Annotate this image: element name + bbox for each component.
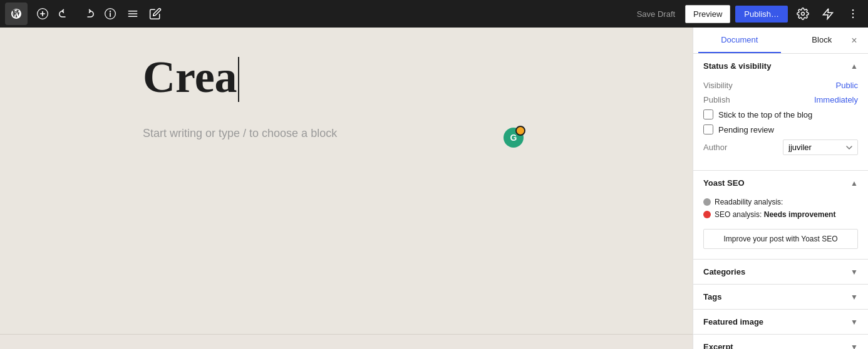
more-vertical-icon [847,8,859,20]
author-select[interactable]: jjuviler [783,139,858,155]
sidebar-tabs: Document Block × [693,28,868,54]
editor-bottom-bar [0,334,693,349]
editor-area[interactable]: Crea Start writing or type / to choose a… [0,28,693,349]
svg-point-9 [802,13,805,16]
categories-section: Categories ▼ [693,260,868,285]
publish-button[interactable]: Publish… [735,6,788,23]
more-options-button[interactable] [843,4,863,24]
svg-point-12 [852,17,854,19]
list-view-icon [127,8,139,20]
svg-point-11 [852,13,854,15]
yoast-title: Yoast SEO [703,178,745,188]
yoast-header[interactable]: Yoast SEO ▲ [693,171,868,195]
title-block[interactable]: Crea [143,53,550,102]
seo-analysis-text: SEO analysis: Needs improvement [715,210,835,219]
stick-top-label: Stick to the top of the blog [718,110,812,119]
svg-point-10 [852,9,854,11]
yoast-improve-button[interactable]: Improve your post with Yoast SEO [703,229,858,249]
featured-image-title: Featured image [703,317,763,326]
tags-chevron: ▼ [850,293,858,301]
status-visibility-header[interactable]: Status & visibility ▲ [693,54,868,78]
pending-review-checkbox[interactable] [703,124,713,134]
add-block-button[interactable] [33,4,53,24]
redo-button[interactable] [78,4,98,24]
tags-section: Tags ▼ [693,285,868,310]
readability-dot [703,198,711,206]
toolbar-left [5,3,165,25]
lightning-icon [822,8,834,20]
info-button[interactable] [100,4,120,24]
redo-icon [81,8,94,20]
publish-value[interactable]: Immediately [814,95,858,104]
cursor [238,57,239,102]
tags-title: Tags [703,292,721,301]
readability-row: Readability analysis: [703,198,858,206]
yoast-content: Readability analysis: SEO analysis: Need… [693,195,868,259]
toolbar-right: Save Draft Preview Publish… [632,0,863,28]
visibility-row: Visibility Public [703,81,858,90]
author-row: Author jjuviler [703,139,858,155]
content-placeholder[interactable]: Start writing or type / to choose a bloc… [143,122,550,145]
undo-icon [59,8,71,20]
publish-label: Publish [703,95,730,104]
settings-button[interactable] [793,4,813,24]
edit-icon [149,8,162,20]
tags-header[interactable]: Tags ▼ [693,285,868,309]
excerpt-section: Excerpt ▼ [693,335,868,349]
sidebar-close-button[interactable]: × [845,32,863,49]
tools-button[interactable] [145,4,165,24]
save-draft-button[interactable]: Save Draft [632,6,680,23]
seo-status-text: Needs improvement [764,210,836,219]
featured-image-header[interactable]: Featured image ▼ [693,310,868,334]
editor-content: Crea Start writing or type / to choose a… [143,53,550,145]
main-layout: Crea Start writing or type / to choose a… [0,28,868,349]
info-icon [104,8,116,20]
featured-image-chevron: ▼ [850,318,858,326]
grammarly-widget[interactable]: G [504,128,524,148]
stick-top-checkbox[interactable] [703,109,713,119]
grammarly-circle: G [504,128,524,148]
featured-image-section: Featured image ▼ [693,310,868,335]
tab-document[interactable]: Document [698,28,781,53]
wp-logo-button[interactable] [5,3,28,25]
seo-analysis-row: SEO analysis: Needs improvement [703,210,858,219]
stick-top-row: Stick to the top of the blog [703,109,858,119]
excerpt-title: Excerpt [703,342,733,349]
excerpt-chevron: ▼ [850,343,858,350]
status-visibility-chevron: ▲ [850,62,858,71]
excerpt-header[interactable]: Excerpt ▼ [693,335,868,349]
publish-row: Publish Immediately [703,95,858,104]
visibility-label: Visibility [703,81,733,90]
undo-button[interactable] [55,4,75,24]
sidebar: Document Block × Status & visibility ▲ V… [693,28,868,349]
author-label: Author [703,143,727,152]
seo-dot [703,211,711,218]
visibility-value[interactable]: Public [836,81,858,90]
gear-icon [797,8,809,20]
status-visibility-title: Status & visibility [703,61,771,71]
wp-logo-icon [10,8,23,20]
preview-button[interactable]: Preview [685,5,730,23]
list-view-button[interactable] [123,4,143,24]
categories-title: Categories [703,267,745,276]
editor-tools-button[interactable] [818,4,838,24]
pending-review-label: Pending review [718,125,774,134]
toolbar: Save Draft Preview Publish… [0,0,868,28]
add-icon [36,8,49,20]
grammarly-g-letter: G [510,133,517,143]
categories-chevron: ▼ [850,268,858,276]
yoast-seo-section: Yoast SEO ▲ Readability analysis: SEO an… [693,171,868,260]
status-visibility-content: Visibility Public Publish Immediately St… [693,78,868,170]
svg-point-5 [110,11,111,12]
status-visibility-section: Status & visibility ▲ Visibility Public … [693,54,868,171]
readability-text: Readability analysis: [715,198,783,206]
pending-review-row: Pending review [703,124,858,134]
post-title[interactable]: Crea [143,52,237,102]
yoast-chevron: ▲ [850,179,858,188]
categories-header[interactable]: Categories ▼ [693,260,868,284]
